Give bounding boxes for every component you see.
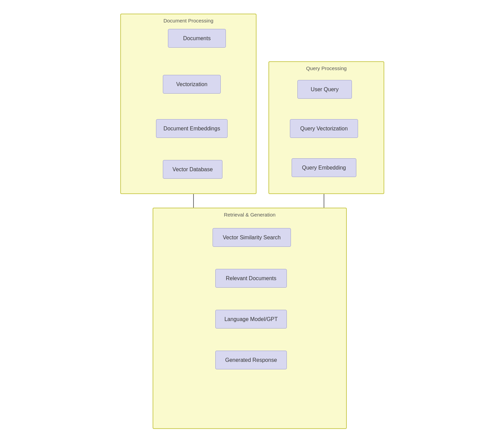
group-retrieval-generation-label: Retrieval & Generation [224,212,276,218]
node-relevant-docs: Relevant Documents [215,269,287,288]
node-doc-embeddings: Document Embeddings [156,119,228,138]
diagram-root: Document Processing Query Processing Ret… [61,7,435,436]
node-vector-database: Vector Database [163,160,222,179]
group-query-processing-label: Query Processing [306,65,346,71]
node-vector-similarity: Vector Similarity Search [213,228,291,247]
node-vectorization: Vectorization [163,75,221,94]
group-doc-processing-label: Document Processing [164,18,214,23]
node-language-model: Language Model/GPT [215,310,287,329]
node-user-query: User Query [297,80,352,99]
node-query-vectorization: Query Vectorization [290,119,358,138]
node-query-embedding: Query Embedding [292,158,356,177]
node-documents: Documents [168,29,226,48]
node-generated-response: Generated Response [215,351,287,369]
